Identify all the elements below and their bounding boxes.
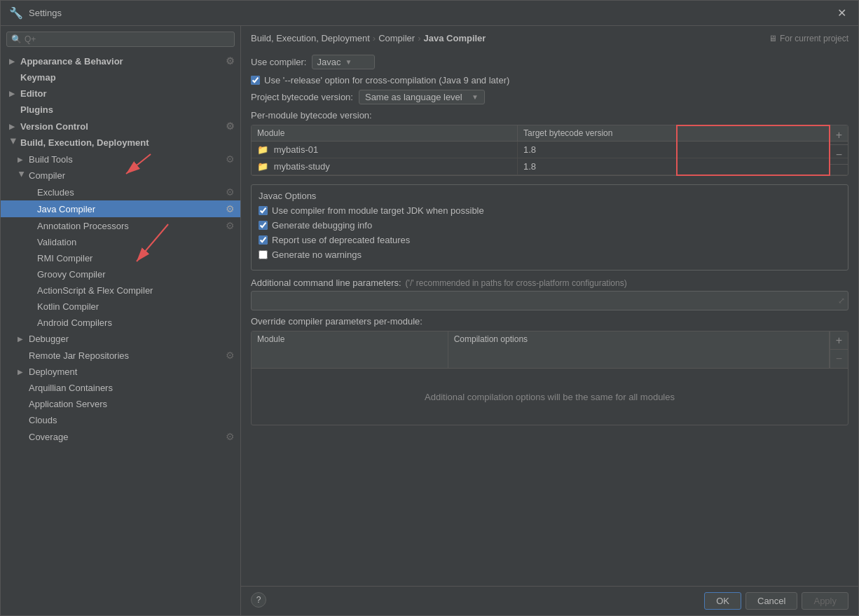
sidebar-item-label: Plugins [20, 104, 53, 115]
javac-options-group: Javac Options Use compiler from module t… [251, 184, 848, 271]
bytecode-version-value: Same as language level [365, 92, 462, 102]
table-row: 📁 mybatis-01 1.8 [252, 142, 848, 158]
javac-option-label-3: Generate no warnings [272, 249, 362, 260]
sidebar-item-editor[interactable]: ▶ Editor [1, 85, 240, 102]
sidebar-item-groovy-compiler[interactable]: ▶ Groovy Compiler [1, 266, 240, 282]
sidebar-item-label: Compiler [29, 170, 65, 181]
javac-option-label-1: Generate debugging info [272, 220, 372, 231]
sidebar-item-debugger[interactable]: ▶ Debugger [1, 331, 240, 347]
folder-icon: 📁 [257, 161, 268, 172]
sidebar-item-version-control[interactable]: ▶ Version Control ⚙ [1, 118, 240, 135]
settings-icon: ⚙ [226, 121, 235, 132]
breadcrumb: Build, Execution, Deployment › Compiler … [241, 26, 858, 48]
expand-arrow-icon: ▶ [9, 123, 18, 130]
javac-option-checkbox-2[interactable] [259, 235, 268, 245]
javac-option-checkbox-0[interactable] [259, 206, 268, 215]
sidebar-item-plugins[interactable]: ▶ Plugins [1, 102, 240, 118]
javac-option-checkbox-1[interactable] [259, 221, 268, 230]
search-box[interactable]: 🔍 [6, 32, 235, 47]
bytecode-version-select[interactable]: Same as language level ▼ [359, 90, 485, 104]
remove-module-button[interactable]: − [830, 145, 848, 165]
compiler-select[interactable]: Javac ▼ [312, 55, 375, 69]
override-empty-text: Additional compilation options will be t… [425, 392, 675, 402]
override-remove-button[interactable]: − [830, 350, 848, 368]
cmdline-input[interactable]: ⤢ [251, 291, 848, 310]
cancel-button[interactable]: Cancel [745, 592, 797, 610]
cmdline-section: Additional command line parameters: ('/'… [251, 278, 848, 310]
sidebar-item-label: Build, Execution, Deployment [20, 137, 149, 148]
sidebar-item-label: Build Tools [29, 154, 73, 165]
version-cell: 1.8 [518, 158, 830, 174]
compiler-row: Use compiler: Javac ▼ [251, 55, 848, 69]
javac-option-label-0: Use compiler from module target JDK when… [272, 205, 484, 216]
sidebar-item-appearance[interactable]: ▶ Appearance & Behavior ⚙ [1, 53, 240, 69]
sidebar-item-validation[interactable]: ▶ Validation [1, 234, 240, 250]
sidebar-item-remote-jar[interactable]: ▶ Remote Jar Repositories ⚙ [1, 347, 240, 364]
app-logo: 🔧 [9, 6, 23, 20]
module-name-cell: 📁 mybatis-01 [252, 142, 518, 158]
sidebar-item-actionscript-compiler[interactable]: ▶ ActionScript & Flex Compiler [1, 282, 240, 299]
bytecode-version-label: Project bytecode version: [251, 92, 353, 102]
help-button[interactable]: ? [251, 592, 266, 610]
version-cell: 1.8 [518, 142, 830, 158]
sidebar-item-arquillian[interactable]: ▶ Arquillian Containers [1, 380, 240, 396]
sidebar-item-label: RMI Compiler [37, 253, 92, 263]
sidebar-item-annotation-processors[interactable]: ▶ Annotation Processors ⚙ [1, 217, 240, 234]
sidebar-item-label: Groovy Compiler [37, 269, 106, 280]
close-button[interactable]: ✕ [833, 5, 850, 22]
search-input[interactable] [25, 34, 230, 44]
sidebar-item-build-tools[interactable]: ▶ Build Tools ⚙ [1, 151, 240, 167]
help-icon[interactable]: ? [251, 592, 266, 608]
override-add-button[interactable]: + [830, 331, 848, 350]
sidebar-item-label: Debugger [29, 334, 69, 344]
javac-options-title: Javac Options [259, 191, 841, 201]
sidebar-item-label: Annotation Processors [37, 221, 129, 231]
settings-icon: ⚙ [226, 203, 235, 214]
module-table: Module Target bytecode version 📁 mybatis… [251, 125, 848, 176]
settings-icon: ⚙ [226, 350, 235, 361]
sidebar-item-compiler[interactable]: ▶ Compiler [1, 167, 240, 184]
sidebar-item-clouds[interactable]: ▶ Clouds [1, 412, 240, 428]
sidebar-item-label: Coverage [29, 432, 68, 442]
breadcrumb-path: Build, Execution, Deployment › Compiler … [251, 33, 486, 43]
javac-option-row-3: Generate no warnings [259, 249, 841, 260]
javac-option-checkbox-3[interactable] [259, 250, 268, 259]
expand-arrow-icon: ▶ [18, 172, 26, 180]
breadcrumb-separator: › [418, 33, 420, 43]
sidebar-item-java-compiler[interactable]: ▶ Java Compiler ⚙ [1, 200, 240, 217]
compiler-value: Javac [317, 57, 341, 67]
ok-button[interactable]: OK [704, 592, 741, 610]
sidebar-item-deployment[interactable]: ▶ Deployment [1, 364, 240, 380]
sidebar-item-rmi-compiler[interactable]: ▶ RMI Compiler [1, 250, 240, 266]
settings-icon: ⚙ [226, 153, 235, 165]
cmdline-label-row: Additional command line parameters: ('/'… [251, 278, 848, 288]
release-option-checkbox[interactable] [251, 76, 260, 85]
settings-icon: ⚙ [226, 55, 235, 67]
chevron-down-icon: ▼ [345, 58, 352, 66]
sidebar-item-kotlin-compiler[interactable]: ▶ Kotlin Compiler [1, 299, 240, 315]
main-panel: Build, Execution, Deployment › Compiler … [241, 26, 858, 615]
module-name-cell: 📁 mybatis-study [252, 158, 518, 174]
sidebar-item-excludes[interactable]: ▶ Excludes ⚙ [1, 184, 240, 200]
breadcrumb-current: Java Compiler [424, 33, 486, 43]
cmdline-text-input[interactable] [254, 296, 845, 306]
chevron-down-icon: ▼ [472, 93, 479, 101]
add-module-button[interactable]: + [830, 125, 848, 145]
override-empty-body: Additional compilation options will be t… [252, 369, 848, 425]
sidebar-item-build-exec[interactable]: ▶ Build, Execution, Deployment [1, 135, 240, 151]
sidebar-item-app-servers[interactable]: ▶ Application Servers [1, 396, 240, 412]
table-row: 📁 mybatis-study 1.8 [252, 158, 848, 175]
sidebar: 🔍 ▶ Appearance & Behavior ⚙ ▶ Keymap ▶ E… [1, 26, 241, 615]
javac-option-row-1: Generate debugging info [259, 220, 841, 231]
cmdline-label: Additional command line parameters: [251, 278, 401, 288]
sidebar-item-android-compilers[interactable]: ▶ Android Compilers [1, 315, 240, 331]
sidebar-item-coverage[interactable]: ▶ Coverage ⚙ [1, 428, 240, 445]
expand-arrow-icon: ▶ [18, 156, 26, 163]
sidebar-item-label: Kotlin Compiler [37, 301, 99, 312]
bytecode-version-row: Project bytecode version: Same as langua… [251, 90, 848, 104]
apply-button[interactable]: Apply [802, 592, 848, 610]
settings-icon: ⚙ [226, 431, 235, 442]
sidebar-item-keymap[interactable]: ▶ Keymap [1, 69, 240, 85]
sidebar-item-label: Java Compiler [37, 204, 95, 214]
cmdline-hint: ('/' recommended in paths for cross-plat… [406, 278, 627, 288]
